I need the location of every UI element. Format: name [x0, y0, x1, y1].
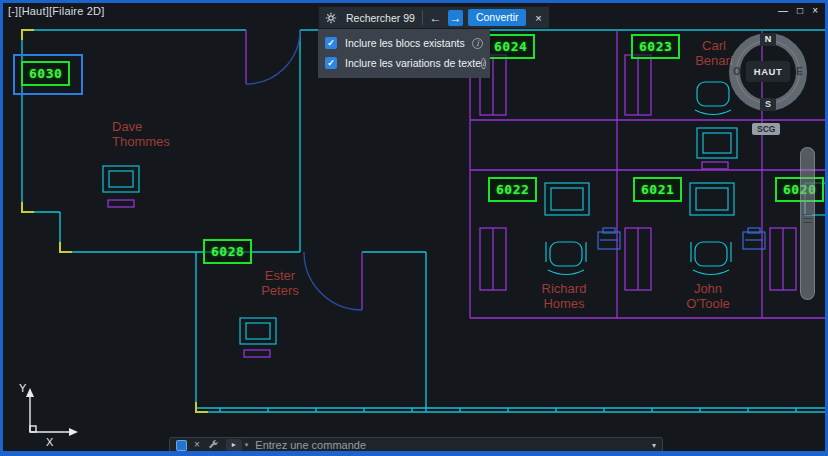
find-options-panel: ✓ Inclure les blocs existants i ✓ Inclur… [318, 29, 490, 78]
command-line-bar: × ▸ ▾ Entrez une commande ▾ [169, 437, 663, 453]
command-drag-grip[interactable] [176, 440, 187, 451]
option-row: ✓ Inclure les blocs existants i [325, 33, 483, 53]
search-field[interactable]: Rechercher 99 [344, 12, 417, 24]
close-window-button[interactable]: × [812, 4, 818, 18]
checkbox-include-blocks[interactable]: ✓ [325, 37, 337, 49]
command-dropdown-caret[interactable]: ▾ [245, 441, 249, 449]
wrench-icon[interactable] [207, 439, 219, 451]
navigation-bar[interactable] [800, 147, 815, 300]
compass-north[interactable]: N [760, 33, 776, 46]
printer-icons [598, 228, 765, 249]
previous-match-button[interactable]: ← [428, 10, 443, 26]
compass-west[interactable]: O [733, 65, 741, 78]
minimize-button[interactable]: — [778, 4, 788, 18]
compass-top-view-button[interactable]: HAUT [746, 61, 790, 82]
option-row: ✓ Inclure les variations de texte i [325, 53, 483, 73]
room-number-tag[interactable]: 6022 [488, 177, 537, 202]
ucs-icon: Y X [19, 382, 78, 448]
close-toolbar-button[interactable]: × [531, 12, 545, 24]
find-toolbar: Rechercher 99 ← → Convertir × [318, 6, 550, 29]
command-prompt-icon[interactable]: ▸ [226, 439, 242, 451]
ucs-x-label: X [46, 436, 54, 448]
command-close-icon[interactable]: × [194, 439, 200, 451]
room-number-tag[interactable]: 6030 [21, 61, 70, 86]
info-icon[interactable]: i [472, 38, 483, 49]
toolbar-divider [422, 10, 423, 25]
occupant-name: Richard Homes [534, 281, 594, 311]
window-controls: — □ × [778, 4, 818, 18]
viewport-controls-label[interactable]: [-][Haut][Filaire 2D] [8, 5, 105, 17]
room-number-tag[interactable]: 6028 [203, 239, 252, 264]
room-number-tag[interactable]: 6024 [486, 34, 535, 59]
ucs-y-label: Y [19, 382, 27, 394]
compass-east[interactable]: E [796, 65, 803, 78]
maximize-button[interactable]: □ [797, 4, 803, 18]
room-number-tag[interactable]: 6021 [633, 177, 682, 202]
convert-button[interactable]: Convertir [468, 9, 527, 26]
room-number-tag[interactable]: 6023 [631, 34, 680, 59]
info-icon[interactable]: i [481, 58, 486, 69]
ucs-chip[interactable]: SCG [752, 123, 780, 135]
occupant-name: John O'Toole [678, 281, 738, 311]
compass-south[interactable]: S [760, 98, 776, 111]
next-match-button[interactable]: → [448, 10, 463, 26]
command-input[interactable]: Entrez une commande [255, 439, 366, 451]
checkbox-include-text-variations[interactable]: ✓ [325, 57, 337, 69]
occupant-name: Dave Thommes [112, 119, 170, 149]
view-compass: N O E S HAUT [729, 33, 807, 111]
settings-gear-icon[interactable] [323, 10, 339, 26]
command-expand-chevron[interactable]: ▾ [652, 441, 656, 450]
walls-cyan [22, 30, 828, 412]
occupant-name: Ester Peters [252, 268, 308, 298]
